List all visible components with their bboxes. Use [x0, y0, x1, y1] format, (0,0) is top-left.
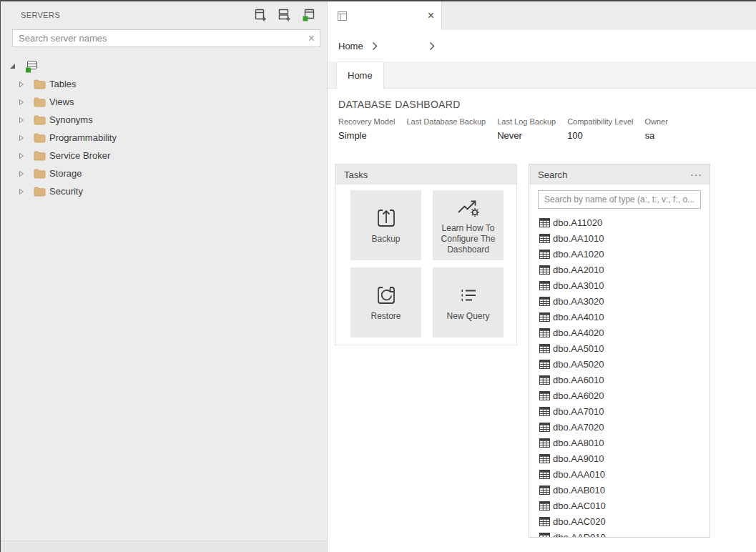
- object-search-input[interactable]: [538, 190, 701, 209]
- property-label: Recovery Model: [338, 117, 395, 126]
- folder-icon: [34, 151, 46, 161]
- task-tile-label: Learn How To Configure The Dashboard: [435, 223, 501, 255]
- table-item[interactable]: dbo.AA3010: [539, 277, 710, 293]
- restore-icon: [374, 283, 398, 307]
- table-icon: [539, 517, 550, 526]
- table-item-label: dbo.AA8010: [553, 438, 604, 448]
- chevron-collapsed-icon: [19, 188, 24, 195]
- table-item[interactable]: dbo.AAC010: [539, 498, 710, 513]
- tree-item-security[interactable]: Security: [1, 182, 327, 200]
- table-item-label: dbo.AA1010: [553, 233, 604, 244]
- search-widget: Search ··· dbo.A11020dbo.AA1010dbo.AA102…: [529, 164, 710, 538]
- task-tile-restore[interactable]: Restore: [350, 267, 421, 337]
- table-item[interactable]: dbo.AA4010: [539, 309, 710, 325]
- folder-icon: [34, 97, 46, 107]
- table-item[interactable]: dbo.AA6010: [539, 372, 710, 388]
- clear-search-icon[interactable]: ×: [308, 31, 315, 46]
- server-tree-folders: TablesViewsSynonymsProgrammabilityServic…: [1, 75, 327, 200]
- task-tile-new-query[interactable]: New Query: [433, 267, 504, 337]
- chevron-right-icon: [372, 41, 378, 51]
- table-item-label: dbo.AAC010: [553, 501, 606, 511]
- backup-icon: [374, 206, 398, 230]
- table-icon: [539, 407, 550, 416]
- sidebar-scrollbar-track[interactable]: [1, 541, 327, 552]
- table-icon: [539, 328, 550, 337]
- table-item[interactable]: dbo.AA7020: [539, 419, 710, 435]
- tree-item-label: Views: [49, 97, 74, 107]
- breadcrumb-item-1[interactable]: Home: [338, 41, 363, 51]
- table-icon: [539, 501, 550, 511]
- table-item-label: dbo.AA5010: [553, 343, 604, 354]
- table-item[interactable]: dbo.AA2010: [539, 262, 710, 277]
- more-options-icon[interactable]: ···: [690, 169, 702, 179]
- table-icon: [539, 312, 550, 322]
- tasks-widget: Tasks BackupLearn How To Configure The D…: [335, 164, 517, 345]
- editor-tab[interactable]: ×: [328, 1, 442, 30]
- tree-item-programmability[interactable]: Programmability: [1, 129, 327, 147]
- task-tile-label: Backup: [371, 234, 400, 245]
- folder-icon: [34, 133, 46, 143]
- property-recovery-model: Recovery ModelSimple: [338, 117, 395, 141]
- table-icon: [539, 438, 550, 448]
- task-tile-label: New Query: [446, 311, 489, 322]
- tab-home[interactable]: Home: [336, 61, 384, 89]
- table-item[interactable]: dbo.AA1020: [539, 246, 710, 262]
- table-item[interactable]: dbo.AA5020: [539, 356, 710, 372]
- tree-item-label: Programmability: [49, 132, 117, 143]
- chevron-right-icon: [429, 41, 435, 51]
- table-item[interactable]: dbo.A11020: [539, 215, 710, 230]
- table-icon: [539, 423, 550, 432]
- property-label: Last Log Backup: [497, 117, 556, 126]
- table-item[interactable]: dbo.AA7010: [539, 403, 710, 419]
- close-icon[interactable]: ×: [428, 10, 434, 21]
- task-tile-label: Restore: [370, 311, 401, 322]
- tree-item-views[interactable]: Views: [1, 93, 327, 111]
- table-item[interactable]: dbo.AA5010: [539, 340, 710, 356]
- table-item-label: dbo.AAB010: [553, 485, 605, 496]
- breadcrumb-item-2[interactable]: [386, 41, 421, 51]
- tree-item-label: Synonyms: [49, 114, 93, 125]
- table-item-label: dbo.AA6010: [553, 375, 604, 385]
- tree-item-storage[interactable]: Storage: [1, 164, 327, 182]
- property-label: Owner: [644, 117, 667, 126]
- table-item[interactable]: dbo.AAB010: [539, 482, 710, 498]
- server-search-input[interactable]: [12, 29, 320, 47]
- table-item[interactable]: dbo.AA8010: [539, 435, 710, 450]
- table-item[interactable]: dbo.AA9010: [539, 450, 710, 466]
- table-item-label: dbo.AA1020: [553, 249, 604, 260]
- table-icon: [539, 486, 550, 495]
- dashboard-content: DATABASE DASHBOARD Recovery ModelSimpleL…: [328, 89, 756, 552]
- tree-item-service-broker[interactable]: Service Broker: [1, 147, 327, 164]
- task-tile-configure-dashboard[interactable]: Learn How To Configure The Dashboard: [433, 190, 504, 260]
- tree-item-server[interactable]: [1, 57, 327, 75]
- table-item[interactable]: dbo.AAA010: [539, 466, 710, 482]
- chevron-collapsed-icon: [19, 134, 24, 142]
- folder-icon: [34, 187, 46, 197]
- folder-icon: [34, 79, 46, 89]
- new-query-icon: [456, 283, 481, 307]
- tree-item-tables[interactable]: Tables: [1, 75, 327, 93]
- task-tile-backup[interactable]: Backup: [350, 190, 421, 260]
- new-connection-icon[interactable]: [252, 7, 268, 23]
- property-value: sa: [644, 130, 667, 141]
- table-item[interactable]: dbo.AAD010: [539, 529, 710, 537]
- table-item-label: dbo.AA5020: [553, 359, 604, 370]
- servers-sidebar: SERVERS × TablesViews: [1, 1, 328, 552]
- table-item-label: dbo.AAA010: [553, 469, 605, 480]
- new-server-group-icon[interactable]: [277, 7, 293, 23]
- dashboard-tab-icon: [338, 11, 347, 21]
- table-item-label: dbo.AA3020: [553, 296, 604, 307]
- table-item[interactable]: dbo.AA3020: [539, 293, 710, 309]
- table-item-label: dbo.AA9010: [553, 453, 604, 464]
- table-item[interactable]: dbo.AA6020: [539, 388, 710, 403]
- table-item[interactable]: dbo.AA4020: [539, 325, 710, 340]
- property-label: Compatibility Level: [567, 117, 633, 126]
- widgets-row: Tasks BackupLearn How To Configure The D…: [335, 164, 756, 538]
- active-connections-icon[interactable]: [301, 7, 317, 23]
- table-item[interactable]: dbo.AA1010: [539, 230, 710, 246]
- tree-item-label: Tables: [49, 79, 77, 89]
- table-icon: [539, 250, 550, 259]
- tree-item-synonyms[interactable]: Synonyms: [1, 111, 327, 129]
- table-item[interactable]: dbo.AAC020: [539, 513, 710, 529]
- table-icon: [539, 533, 550, 538]
